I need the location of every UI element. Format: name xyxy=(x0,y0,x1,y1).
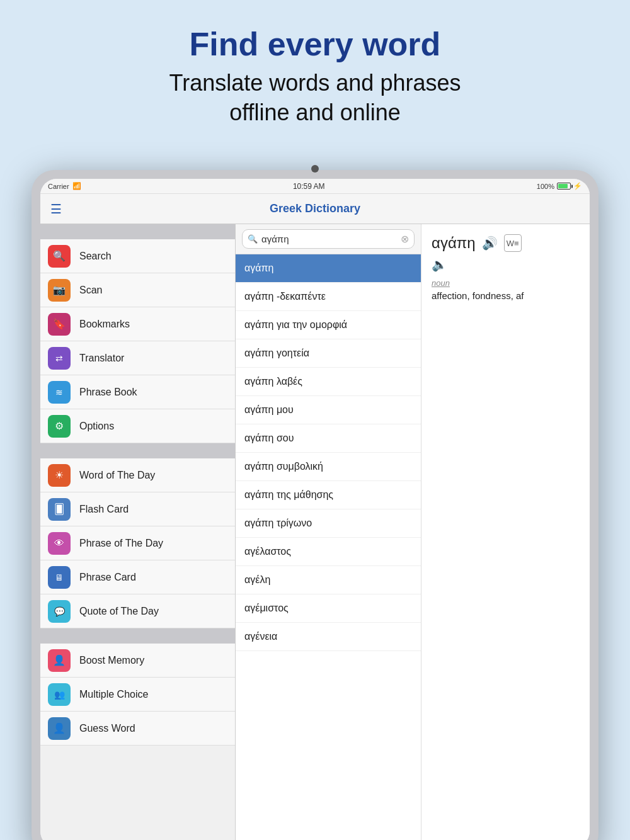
flashcard-icon: 🂠 xyxy=(54,503,64,515)
sidebar-item-multiplechoice[interactable]: 👥 Multiple Choice xyxy=(40,678,235,712)
search-panel: 🔍 ⊗ αγάπη αγάπη -δεκαπέντε αγάπη για την… xyxy=(236,224,421,840)
sidebar-item-quoteofday[interactable]: 💬 Quote of The Day xyxy=(40,594,235,628)
bookmarks-icon-bg: 🔖 xyxy=(48,313,71,336)
battery-percent: 100% xyxy=(537,183,554,190)
sidebar-item-search[interactable]: 🔍 Search xyxy=(40,239,235,273)
sidebar-label-multiplechoice: Multiple Choice xyxy=(79,689,148,700)
main-layout: 🔍 Search 📷 Scan 🔖 Book xyxy=(40,224,590,840)
sidebar-item-wordofday[interactable]: ☀ Word of The Day xyxy=(40,458,235,492)
options-icon-bg: ⚙ xyxy=(48,415,71,438)
sidebar-item-guessword[interactable]: 👤 Guess Word xyxy=(40,712,235,746)
quoteofday-icon-bg: 💬 xyxy=(48,600,71,623)
phrasecard-icon-bg: 🖥 xyxy=(48,566,71,589)
charging-icon: ⚡ xyxy=(573,182,582,190)
result-item[interactable]: αγάπη τρίγωνο xyxy=(236,509,421,538)
document-button[interactable]: W≡ xyxy=(504,234,522,252)
result-item[interactable]: αγέμιστος xyxy=(236,594,421,623)
sidebar-label-bookmarks: Bookmarks xyxy=(79,319,130,330)
wordofday-icon-bg: ☀ xyxy=(48,464,71,487)
sidebar-label-phrasecard: Phrase Card xyxy=(79,572,136,583)
guessword-icon-bg: 👤 xyxy=(48,717,71,740)
scan-icon-bg: 📷 xyxy=(48,279,71,302)
result-item[interactable]: αγάπη συμβολική xyxy=(236,453,421,481)
quoteofday-icon: 💬 xyxy=(54,606,65,616)
translator-icon: ⇄ xyxy=(55,353,63,363)
guessword-icon: 👤 xyxy=(53,722,66,734)
promo-subtitle: Translate words and phrasesoffline and o… xyxy=(0,69,630,128)
search-input-wrap: 🔍 ⊗ xyxy=(242,229,415,249)
results-list: αγάπη αγάπη -δεκαπέντε αγάπη για την ομο… xyxy=(236,254,421,840)
result-item[interactable]: αγάπη για την ομορφιά xyxy=(236,311,421,339)
search-bar: 🔍 ⊗ xyxy=(236,224,421,254)
sidebar-section-3-header xyxy=(40,628,235,644)
phrasebook-icon: ≋ xyxy=(55,387,63,397)
sidebar-item-phraseofday[interactable]: 👁 Phrase of The Day xyxy=(40,526,235,560)
sidebar-item-scan[interactable]: 📷 Scan xyxy=(40,273,235,307)
sidebar-item-translator[interactable]: ⇄ Translator xyxy=(40,341,235,375)
sidebar-item-options[interactable]: ⚙ Options xyxy=(40,409,235,443)
wifi-icon: 📶 xyxy=(72,182,81,190)
battery-fill xyxy=(558,184,568,188)
sidebar-item-bookmarks[interactable]: 🔖 Bookmarks xyxy=(40,307,235,341)
options-icon: ⚙ xyxy=(55,420,64,432)
ipad-frame: Carrier 📶 10:59 AM 100% ⚡ ☰ Greek Dictio… xyxy=(32,170,598,840)
ipad-camera xyxy=(311,165,319,173)
search-input[interactable] xyxy=(261,234,397,244)
result-item[interactable]: αγέλαστος xyxy=(236,538,421,566)
battery-icon xyxy=(557,183,571,190)
detail-word-row: αγάπη 🔊 W≡ xyxy=(432,234,580,252)
sidebar-item-phrasecard[interactable]: 🖥 Phrase Card xyxy=(40,560,235,594)
status-right: 100% ⚡ xyxy=(537,182,582,190)
sidebar-label-phraseofday: Phrase of The Day xyxy=(79,538,163,549)
sidebar-label-boostmemory: Boost Memory xyxy=(79,655,144,666)
sidebar-label-options: Options xyxy=(79,421,114,432)
sidebar-label-phrasebook: Phrase Book xyxy=(79,387,137,398)
phraseofday-icon-bg: 👁 xyxy=(48,532,71,555)
phrasebook-icon-bg: ≋ xyxy=(48,381,71,404)
boostmemory-icon-bg: 👤 xyxy=(48,649,71,672)
speaker-button[interactable]: 🔊 xyxy=(482,236,498,251)
result-item[interactable]: αγένεια xyxy=(236,623,421,651)
result-item[interactable]: αγέλη xyxy=(236,566,421,594)
result-item[interactable]: αγάπη λαβές xyxy=(236,368,421,396)
detail-word: αγάπη xyxy=(432,234,476,252)
result-item[interactable]: αγάπη μου xyxy=(236,396,421,424)
carrier-label: Carrier xyxy=(48,183,69,190)
multiplechoice-icon-bg: 👥 xyxy=(48,683,71,706)
result-item[interactable]: αγάπη σου xyxy=(236,424,421,453)
sidebar-item-flashcard[interactable]: 🂠 Flash Card xyxy=(40,492,235,526)
hamburger-button[interactable]: ☰ xyxy=(50,201,62,217)
scan-icon: 📷 xyxy=(53,284,66,296)
multiplechoice-icon: 👥 xyxy=(54,690,65,700)
boostmemory-icon: 👤 xyxy=(53,654,66,666)
search-icon-bg: 🔍 xyxy=(48,245,71,268)
sidebar-label-search: Search xyxy=(79,251,112,262)
sidebar-label-guessword: Guess Word xyxy=(79,723,135,734)
flashcard-icon-bg: 🂠 xyxy=(48,498,71,521)
speaker2-icon[interactable]: 🔈 xyxy=(432,257,580,272)
result-item[interactable]: αγάπη xyxy=(236,254,421,283)
sidebar-section-2-header xyxy=(40,443,235,458)
status-bar: Carrier 📶 10:59 AM 100% ⚡ xyxy=(40,179,590,194)
sidebar-label-scan: Scan xyxy=(79,285,102,296)
app-content: ☰ Greek Dictionary 🔍 Search xyxy=(40,194,590,840)
definition: affection, fondness, af xyxy=(432,290,580,301)
bookmarks-icon: 🔖 xyxy=(53,318,66,330)
detail-panel: αγάπη 🔊 W≡ 🔈 noun affection, fondness, a… xyxy=(421,224,590,840)
part-of-speech: noun xyxy=(432,278,580,288)
result-item[interactable]: αγάπη της μάθησης xyxy=(236,481,421,509)
translator-icon-bg: ⇄ xyxy=(48,347,71,370)
sidebar-label-flashcard: Flash Card xyxy=(79,504,129,515)
wordofday-icon: ☀ xyxy=(55,469,64,481)
doc-icon: W≡ xyxy=(507,239,519,248)
clear-button[interactable]: ⊗ xyxy=(401,233,409,245)
sidebar: 🔍 Search 📷 Scan 🔖 Book xyxy=(40,224,236,840)
sidebar-item-boostmemory[interactable]: 👤 Boost Memory xyxy=(40,644,235,678)
sidebar-label-translator: Translator xyxy=(79,353,124,364)
result-item[interactable]: αγάπη γοητεία xyxy=(236,339,421,368)
result-item[interactable]: αγάπη -δεκαπέντε xyxy=(236,283,421,311)
promo-header: Find every word Translate words and phra… xyxy=(0,0,630,147)
nav-bar: ☰ Greek Dictionary xyxy=(40,194,590,224)
phrasecard-icon: 🖥 xyxy=(55,572,64,582)
sidebar-item-phrasebook[interactable]: ≋ Phrase Book xyxy=(40,375,235,409)
